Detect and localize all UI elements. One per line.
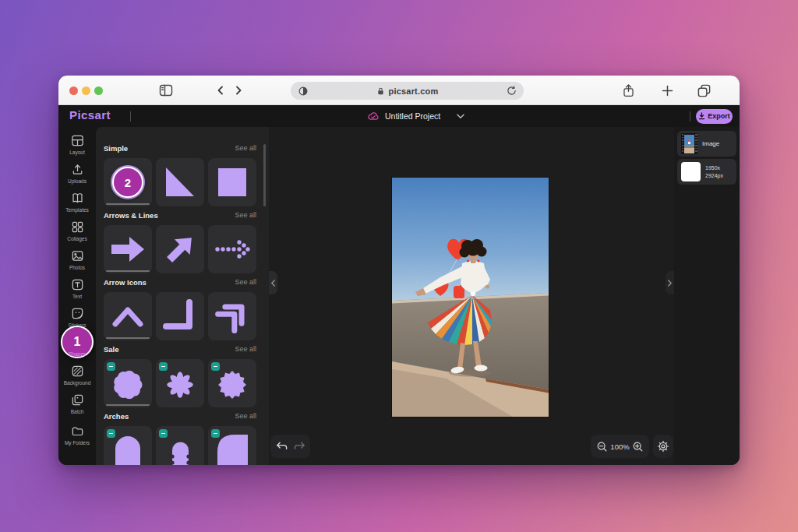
shape-tile-petal-flower[interactable]	[156, 359, 204, 407]
shape-tile-double-chevron-corner[interactable]	[208, 292, 256, 340]
expand-right-panel-tab[interactable]	[666, 271, 674, 294]
project-menu[interactable]: Untitled Project	[367, 105, 464, 127]
see-all-link[interactable]: See all	[235, 211, 256, 219]
collages-icon	[71, 220, 84, 234]
shape-tile-arch[interactable]	[104, 426, 152, 465]
row-scrollbar[interactable]	[106, 270, 150, 272]
share-icon[interactable]	[619, 82, 637, 99]
layers-panel: Image 1950x 2924px	[674, 127, 740, 465]
header-divider-right	[690, 111, 690, 122]
redo-button[interactable]	[293, 441, 306, 453]
sidebar-item-batch[interactable]: Batch	[58, 393, 96, 420]
shape-tile-arrow-up-right[interactable]	[156, 225, 204, 273]
sidebar-item-text[interactable]: Text	[58, 278, 96, 305]
layout-icon	[71, 134, 84, 147]
picsart-logo[interactable]: Picsart	[69, 108, 111, 122]
shape-tile-arrow-right[interactable]	[104, 225, 152, 273]
section-simple: Simple See all 2	[104, 143, 256, 206]
rail-label: Background	[64, 380, 91, 386]
sidebar-item-my-folders[interactable]: My Folders	[58, 425, 96, 451]
rail-label: Batch	[71, 409, 84, 414]
refresh-icon[interactable]	[507, 86, 517, 96]
sidebar-item-layout[interactable]: Layout	[58, 134, 96, 160]
folder-icon	[71, 425, 84, 438]
shape-tile-circle[interactable]: 2	[104, 158, 152, 206]
see-all-link[interactable]: See all	[235, 278, 256, 286]
undo-button[interactable]	[275, 441, 288, 453]
app-header: Picsart Untitled Project Export	[58, 105, 740, 127]
layer-item-image[interactable]: Image	[677, 131, 736, 157]
shape-tile-square[interactable]	[208, 158, 256, 206]
cloud-sync-icon	[367, 111, 380, 122]
chevron-right-icon	[667, 280, 673, 287]
forward-icon[interactable]	[229, 82, 248, 99]
shape-tile-bumpy-arch[interactable]	[156, 426, 204, 465]
export-label: Export	[708, 112, 730, 120]
row-scrollbar[interactable]	[106, 203, 150, 205]
tool-rail: Layout Uploads Templates Collages	[58, 127, 96, 465]
shape-tile-rounded-corner-square[interactable]	[208, 426, 256, 465]
sidebar-item-background[interactable]: Background	[58, 365, 96, 391]
sidebar-item-templates[interactable]: Templates	[58, 192, 96, 218]
zoom-out-button[interactable]	[596, 441, 608, 453]
chevron-left-icon	[270, 280, 276, 287]
shape-tile-corner-arrow[interactable]	[156, 292, 204, 340]
download-icon	[698, 112, 705, 120]
gear-icon	[657, 440, 669, 453]
address-bar[interactable]: picsart.com	[291, 82, 524, 100]
shape-tile-right-triangle[interactable]	[156, 158, 204, 206]
header-divider	[130, 111, 131, 122]
section-arches: Arches See all	[104, 410, 256, 465]
section-title: Sale	[104, 345, 119, 354]
canvas-image[interactable]	[392, 178, 549, 417]
section-title: Arrows & Lines	[104, 211, 158, 220]
url-text: picsart.com	[389, 86, 439, 96]
lock-icon	[376, 86, 385, 96]
photo-woman-striped-skirt	[392, 178, 549, 417]
layer-item-background[interactable]: 1950x 2924px	[677, 159, 736, 185]
back-icon[interactable]	[211, 82, 230, 99]
premium-badge-icon	[211, 429, 220, 438]
photos-icon	[71, 249, 84, 262]
see-all-link[interactable]: See all	[235, 345, 256, 353]
minimize-window-button[interactable]	[82, 86, 90, 95]
zoom-window-button[interactable]	[94, 86, 103, 95]
browser-chrome: picsart.com	[58, 76, 740, 105]
new-tab-icon[interactable]	[658, 82, 676, 99]
zoom-in-button[interactable]	[632, 441, 644, 453]
premium-badge-icon	[107, 362, 115, 371]
premium-badge-icon	[211, 362, 220, 371]
shapes-panel: Simple See all 2 Arrows & Lines	[96, 127, 269, 465]
close-window-button[interactable]	[69, 86, 78, 95]
rail-label: Layout	[69, 150, 85, 155]
layer-label: Image	[702, 140, 719, 147]
zoom-level: 100%	[610, 442, 629, 451]
section-sale: Sale See all	[104, 344, 256, 407]
canvas-settings-button[interactable]	[653, 435, 673, 458]
shape-tile-chevron-up[interactable]	[104, 292, 152, 340]
section-arrow-icons: Arrow Icons See all	[104, 277, 256, 340]
sidebar-item-uploads[interactable]: Uploads	[58, 163, 96, 189]
shape-tile-starburst[interactable]	[208, 359, 256, 407]
panel-scrollbar[interactable]	[263, 144, 266, 206]
row-scrollbar[interactable]	[106, 337, 150, 339]
see-all-link[interactable]: See all	[235, 412, 256, 420]
sidebar-item-collages[interactable]: Collages	[58, 220, 96, 247]
canvas-size-label: 1950x 2924px	[705, 164, 723, 179]
shape-tile-arrow-dotted[interactable]	[208, 225, 256, 273]
see-all-link[interactable]: See all	[235, 144, 256, 152]
image-layer-thumbnail	[681, 133, 697, 154]
sidebar-toggle-icon[interactable]	[157, 82, 175, 99]
batch-icon	[71, 393, 84, 407]
shape-tile-scallop-flower[interactable]	[104, 359, 152, 407]
tab-overview-icon[interactable]	[694, 82, 713, 99]
collapse-left-panel-tab[interactable]	[269, 271, 277, 294]
row-scrollbar[interactable]	[106, 404, 150, 406]
sidebar-item-photos[interactable]: Photos	[58, 249, 96, 276]
history-controls	[270, 435, 310, 458]
section-title: Arches	[104, 412, 129, 421]
chevron-down-icon	[457, 114, 464, 119]
background-icon	[71, 365, 84, 378]
export-button[interactable]: Export	[696, 109, 733, 124]
premium-badge-icon	[159, 429, 168, 438]
